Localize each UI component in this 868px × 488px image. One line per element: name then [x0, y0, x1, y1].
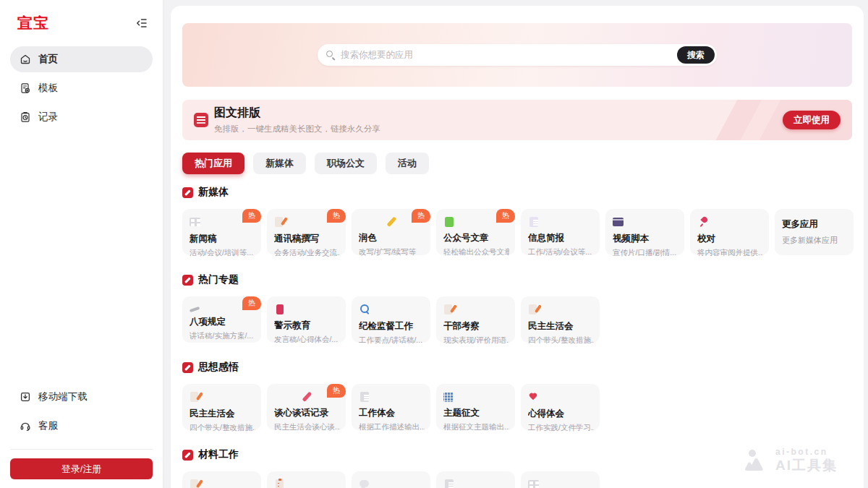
- sidebar-item-label: 首页: [38, 53, 58, 66]
- app-card[interactable]: 热新闻稿活动/会议/培训等...: [182, 209, 261, 255]
- app-card[interactable]: 纪检监督工作工作要点/讲话稿/...: [352, 296, 430, 343]
- card-desc: 宣传片/口播/剧情...: [613, 248, 678, 258]
- card-title: 公众号文章: [443, 232, 509, 244]
- red-pencil-icon: [302, 391, 312, 401]
- app-card[interactable]: [182, 471, 261, 488]
- sidebar-item-首页[interactable]: 首页: [10, 46, 153, 72]
- card-desc: 将内容审阅并提供...: [697, 248, 763, 258]
- card-grid: 民主生活会四个带头/整改措施...热谈心谈话记录民主生活会谈心谈...工作体会根…: [182, 384, 852, 430]
- hot-badge: 热: [496, 209, 515, 223]
- pen-icon: [190, 307, 200, 312]
- card-title: 纪检监督工作: [359, 320, 425, 333]
- home-icon: [20, 53, 31, 65]
- card-desc: 民主生活会谈心谈...: [274, 422, 340, 432]
- card-title: 通讯稿撰写: [274, 233, 340, 245]
- section-header: 思想感悟: [182, 361, 852, 374]
- app-card[interactable]: [436, 471, 515, 488]
- card-title: 新闻稿: [190, 233, 255, 245]
- app-card[interactable]: 校对将内容审阅并提供...: [690, 209, 769, 255]
- newspaper-icon: [528, 479, 540, 488]
- layout-doc-icon: [194, 113, 208, 127]
- card-title: 干部考察: [443, 320, 509, 333]
- document-icon: [529, 217, 538, 227]
- section-热门专题: 热门专题热八项规定讲话稿/实施方案/...警示教育发言稿/心得体会/...纪检监…: [182, 273, 852, 343]
- content-panel: 搜索 图文排版 免排版，一键生成精美长图文，链接永久分享 立即使用 热门应用新媒…: [171, 6, 864, 488]
- doc-pencil-icon: [190, 479, 201, 488]
- tab-新媒体[interactable]: 新媒体: [253, 153, 306, 174]
- card-desc: 根据工作描述输出...: [359, 422, 425, 432]
- category-tabs: 热门应用新媒体职场公文活动: [182, 153, 852, 174]
- promo-subtitle: 免排版，一键生成精美长图文，链接永久分享: [214, 124, 380, 134]
- card-title: 民主生活会: [528, 320, 594, 333]
- clipboard-icon: [274, 479, 286, 488]
- sidebar-item-记录[interactable]: 记录: [10, 104, 153, 130]
- app-card[interactable]: 工作体会根据工作描述输出...: [352, 384, 430, 430]
- section-title: 材料工作: [198, 448, 239, 461]
- tab-热门应用[interactable]: 热门应用: [182, 153, 244, 174]
- sidebar-nav: 首页模板记录: [10, 46, 153, 130]
- more-apps-card[interactable]: 更多应用更多新媒体应用: [775, 209, 854, 255]
- pencil-badge-icon: [182, 187, 193, 198]
- collapse-sidebar-icon[interactable]: [135, 17, 148, 30]
- doc-pencil-icon: [274, 216, 286, 228]
- tab-活动[interactable]: 活动: [386, 153, 429, 174]
- card-desc: 根据征文主题输出...: [443, 422, 509, 432]
- sidebar-item-label: 客服: [38, 419, 58, 432]
- section-header: 新媒体: [182, 186, 852, 199]
- sidebar-item-label: 模板: [38, 82, 58, 95]
- app-card[interactable]: [267, 471, 346, 488]
- hot-badge: 热: [412, 209, 430, 223]
- app-card[interactable]: 视频脚本宣传片/口播/剧情...: [605, 209, 684, 255]
- app-card[interactable]: 信息简报工作/活动/会议等...: [521, 209, 600, 255]
- login-register-button[interactable]: 登录/注册: [10, 458, 153, 479]
- search-button[interactable]: 搜索: [677, 46, 715, 64]
- app-card[interactable]: 民主生活会四个带头/整改措施...: [521, 296, 600, 343]
- app-card[interactable]: [352, 471, 430, 488]
- sidebar-item-移动端下载[interactable]: 移动端下载: [10, 384, 153, 410]
- card-title: 视频脚本: [613, 233, 678, 245]
- card-title: 警示教育: [274, 320, 340, 332]
- section-材料工作: 材料工作: [182, 448, 852, 488]
- search-icon: [326, 51, 336, 60]
- app-card[interactable]: 民主生活会四个带头/整改措施...: [182, 384, 261, 430]
- calendar-icon: [443, 393, 454, 402]
- app-card[interactable]: 心得体会工作实践/文件学习...: [521, 384, 600, 430]
- section-新媒体: 新媒体热新闻稿活动/会议/培训等...热通讯稿撰写会务活动/业务交流...热润色…: [182, 186, 852, 255]
- search-input[interactable]: [341, 50, 677, 60]
- card-desc: 工作/活动/会议等...: [528, 247, 594, 257]
- app-card[interactable]: 主题征文根据征文主题输出...: [436, 384, 515, 430]
- document-icon: [360, 392, 369, 402]
- document-icon: [445, 479, 454, 488]
- app-card[interactable]: 热八项规定讲话稿/实施方案/...: [182, 296, 261, 343]
- card-title: 民主生活会: [190, 408, 255, 420]
- use-now-button[interactable]: 立即使用: [783, 111, 841, 129]
- doc-pencil-icon: [190, 391, 201, 403]
- app-card[interactable]: 热谈心谈话记录民主生活会谈心谈...: [267, 384, 346, 430]
- sidebar-item-客服[interactable]: 客服: [10, 413, 153, 439]
- app-card[interactable]: [521, 471, 600, 488]
- search-banner: 搜索: [182, 23, 852, 87]
- section-header: 热门专题: [182, 273, 852, 286]
- card-title: 工作体会: [359, 407, 425, 419]
- search-box[interactable]: 搜索: [318, 44, 717, 66]
- sidebar-item-label: 移动端下载: [38, 390, 88, 403]
- sections-container: 新媒体热新闻稿活动/会议/培训等...热通讯稿撰写会务活动/业务交流...热润色…: [182, 186, 852, 488]
- tab-职场公文[interactable]: 职场公文: [315, 153, 377, 174]
- card-desc: 改写/扩写/续写等: [359, 247, 425, 257]
- sidebar-bottom-nav: 移动端下载客服: [10, 384, 153, 439]
- card-desc: 四个带头/整改措施...: [190, 423, 255, 433]
- app-card[interactable]: 热润色改写/扩写/续写等: [352, 209, 430, 255]
- section-思想感悟: 思想感悟民主生活会四个带头/整改措施...热谈心谈话记录民主生活会谈心谈...工…: [182, 361, 852, 430]
- card-desc: 四个带头/整改措施...: [528, 335, 594, 346]
- app-card[interactable]: 干部考察现实表现/评价用语...: [436, 296, 515, 343]
- app-card[interactable]: 警示教育发言稿/心得体会/...: [267, 296, 346, 343]
- card-grid: 热八项规定讲话稿/实施方案/...警示教育发言稿/心得体会/...纪检监督工作工…: [182, 296, 852, 343]
- card-desc: 更多新媒体应用: [782, 235, 848, 246]
- promo-banner[interactable]: 图文排版 免排版，一键生成精美长图文，链接永久分享 立即使用: [182, 100, 852, 140]
- card-title: 主题征文: [443, 407, 509, 419]
- card-desc: 活动/会议/培训等...: [190, 248, 255, 258]
- app-card[interactable]: 热公众号文章轻松输出公众号文章: [436, 209, 515, 255]
- app-card[interactable]: 热通讯稿撰写会务活动/业务交流...: [267, 209, 346, 255]
- app-root: 宣宝 首页模板记录 移动端下载客服 登录/注册 搜索: [0, 0, 868, 488]
- sidebar-item-模板[interactable]: 模板: [10, 75, 153, 101]
